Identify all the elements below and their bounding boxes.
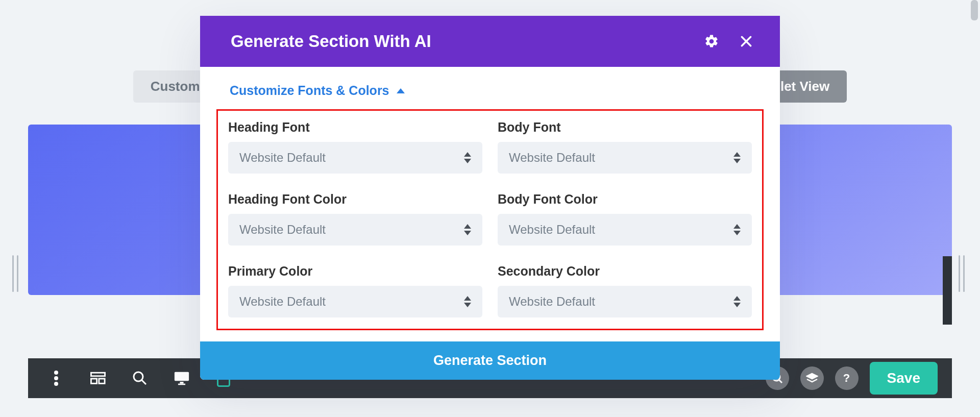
field-label: Primary Color xyxy=(228,264,482,279)
help-circle-icon[interactable]: ? xyxy=(835,366,859,390)
sort-icon xyxy=(733,224,741,235)
fonts-colors-panel: Heading Font Website Default Body Font W… xyxy=(216,109,764,330)
svg-rect-10 xyxy=(178,384,185,385)
select-value: Website Default xyxy=(239,295,326,309)
svg-rect-5 xyxy=(99,379,105,383)
svg-rect-8 xyxy=(175,372,189,381)
page-headline-partial: F t l W l xyxy=(0,412,980,417)
desktop-icon[interactable] xyxy=(174,371,189,386)
svg-point-1 xyxy=(54,376,58,380)
svg-rect-4 xyxy=(91,379,96,383)
field-label: Heading Font Color xyxy=(228,192,482,207)
field-label: Body Font xyxy=(498,120,752,135)
side-panel-collapsed xyxy=(943,256,952,325)
field-label: Heading Font xyxy=(228,120,482,135)
select-value: Website Default xyxy=(239,151,326,165)
body-font-field: Body Font Website Default xyxy=(498,120,752,174)
scrollbar[interactable] xyxy=(970,0,979,417)
modal-title: Generate Section With AI xyxy=(231,32,431,51)
modal-header: Generate Section With AI xyxy=(200,16,780,67)
more-icon[interactable] xyxy=(48,371,64,386)
primary-color-field: Primary Color Website Default xyxy=(228,264,482,317)
svg-rect-3 xyxy=(91,373,105,376)
generate-section-modal: Generate Section With AI Customize Fonts… xyxy=(200,16,780,380)
drag-handle-right[interactable] xyxy=(959,255,968,292)
customize-fonts-colors-toggle[interactable]: Customize Fonts & Colors xyxy=(230,79,750,109)
secondary-color-select[interactable]: Website Default xyxy=(498,286,752,317)
heading-font-field: Heading Font Website Default xyxy=(228,120,482,174)
field-label: Body Font Color xyxy=(498,192,752,207)
gear-icon[interactable] xyxy=(700,30,723,53)
chevron-up-icon xyxy=(397,88,405,93)
svg-line-13 xyxy=(779,380,782,383)
heading-font-color-field: Heading Font Color Website Default xyxy=(228,192,482,246)
svg-marker-14 xyxy=(807,374,817,379)
field-label: Secondary Color xyxy=(498,264,752,279)
save-button[interactable]: Save xyxy=(870,362,938,395)
layers-circle-icon[interactable] xyxy=(800,366,824,390)
heading-font-color-select[interactable]: Website Default xyxy=(228,214,482,246)
svg-point-6 xyxy=(134,372,143,381)
scrollbar-thumb[interactable] xyxy=(971,0,978,20)
svg-point-2 xyxy=(54,382,58,386)
sort-icon xyxy=(733,152,741,163)
close-icon[interactable] xyxy=(735,30,757,53)
select-value: Website Default xyxy=(509,223,595,237)
generate-section-button[interactable]: Generate Section xyxy=(200,341,780,380)
zoom-icon[interactable] xyxy=(132,371,148,386)
sort-icon xyxy=(464,152,471,163)
drag-handle-left[interactable] xyxy=(12,255,21,292)
select-value: Website Default xyxy=(509,151,595,165)
toggle-label: Customize Fonts & Colors xyxy=(230,83,389,98)
primary-color-select[interactable]: Website Default xyxy=(228,286,482,317)
svg-point-0 xyxy=(54,371,58,375)
sort-icon xyxy=(733,296,741,307)
heading-font-select[interactable]: Website Default xyxy=(228,142,482,174)
svg-rect-9 xyxy=(180,382,183,384)
select-value: Website Default xyxy=(509,295,595,309)
sort-icon xyxy=(464,224,471,235)
body-font-color-select[interactable]: Website Default xyxy=(498,214,752,246)
body-font-select[interactable]: Website Default xyxy=(498,142,752,174)
secondary-color-field: Secondary Color Website Default xyxy=(498,264,752,317)
select-value: Website Default xyxy=(239,223,326,237)
layout-icon[interactable] xyxy=(90,371,106,386)
svg-line-7 xyxy=(142,380,146,384)
sort-icon xyxy=(464,296,471,307)
body-font-color-field: Body Font Color Website Default xyxy=(498,192,752,246)
